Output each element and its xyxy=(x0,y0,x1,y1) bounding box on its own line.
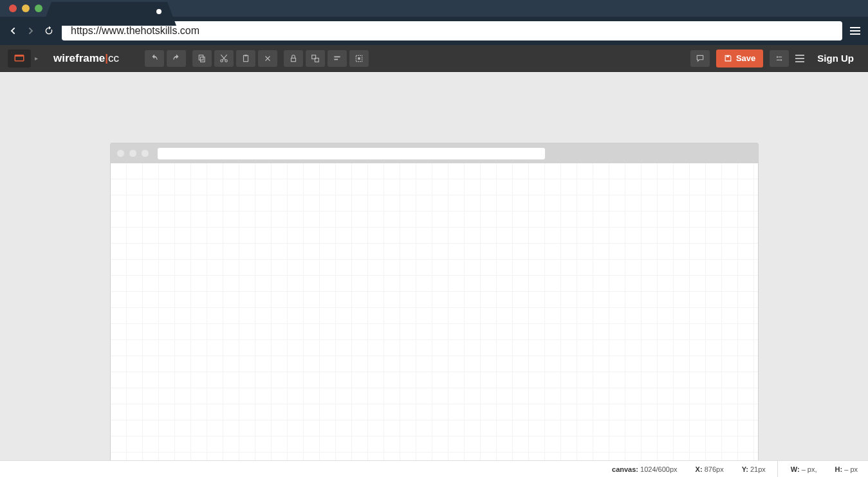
save-button[interactable]: Save xyxy=(716,50,763,68)
svg-rect-14 xyxy=(358,57,360,60)
window-titlebar xyxy=(0,0,868,17)
forward-button[interactable] xyxy=(26,26,36,36)
svg-rect-1 xyxy=(15,55,24,56)
undo-button[interactable] xyxy=(145,50,164,67)
svg-rect-3 xyxy=(199,55,203,60)
signup-link[interactable]: Sign Up xyxy=(817,53,854,64)
traffic-close-icon[interactable] xyxy=(9,4,17,12)
lock-button[interactable] xyxy=(284,50,303,67)
status-canvas: canvas: 1024/600px xyxy=(612,465,678,473)
mockup-dot-icon xyxy=(129,150,136,157)
svg-rect-6 xyxy=(244,55,248,61)
svg-rect-7 xyxy=(245,55,247,56)
svg-point-16 xyxy=(777,56,778,57)
status-w: W: – px, xyxy=(791,465,817,473)
status-bar: canvas: 1024/600px X: 876px Y: 21px W: –… xyxy=(0,460,868,477)
cut-button[interactable] xyxy=(214,50,234,67)
align-button[interactable] xyxy=(328,50,347,67)
back-button[interactable] xyxy=(8,26,18,36)
svg-rect-8 xyxy=(291,58,296,61)
svg-rect-11 xyxy=(334,56,340,57)
app-menu-button[interactable] xyxy=(795,55,804,62)
svg-rect-2 xyxy=(201,57,205,62)
app-toolbar: ▸ wireframe|cc xyxy=(0,45,868,72)
paste-button[interactable] xyxy=(236,50,255,67)
wireframe-canvas[interactable] xyxy=(111,163,758,477)
group-button[interactable] xyxy=(306,50,325,67)
copy-button[interactable] xyxy=(192,50,212,67)
url-input[interactable]: https://www.thehotskills.com xyxy=(62,21,842,40)
comment-button[interactable] xyxy=(690,50,710,67)
delete-button[interactable] xyxy=(258,50,277,67)
mockup-chrome xyxy=(111,143,758,163)
svg-rect-15 xyxy=(726,55,729,57)
device-preview-button[interactable] xyxy=(8,50,31,68)
svg-point-18 xyxy=(780,59,782,60)
status-x: X: 876px xyxy=(696,465,724,473)
status-h: H: – px xyxy=(835,465,858,473)
chevron-right-icon: ▸ xyxy=(35,55,38,62)
svg-rect-17 xyxy=(779,57,782,57)
mockup-dot-icon xyxy=(117,150,124,157)
traffic-zoom-icon[interactable] xyxy=(35,4,42,12)
redo-button[interactable] xyxy=(167,50,186,67)
browser-tab[interactable] xyxy=(51,2,167,26)
url-text: https://www.thehotskills.com xyxy=(71,25,199,37)
svg-rect-12 xyxy=(334,59,338,60)
app-logo[interactable]: wireframe|cc xyxy=(53,52,119,65)
browser-menu-button[interactable] xyxy=(850,27,860,35)
traffic-minimize-icon[interactable] xyxy=(22,4,30,12)
floppy-icon xyxy=(724,54,732,62)
mockup-dot-icon xyxy=(142,150,149,157)
svg-rect-19 xyxy=(777,59,780,60)
canvas-stage[interactable]: canvas: 1024/600px X: 876px Y: 21px W: –… xyxy=(0,72,868,477)
mockup-url-bar xyxy=(158,148,545,159)
tab-loading-dot-icon xyxy=(156,9,162,14)
status-y: Y: 21px xyxy=(742,465,766,473)
settings-button[interactable] xyxy=(770,50,789,67)
save-label: Save xyxy=(736,53,755,63)
reload-button[interactable] xyxy=(44,26,54,36)
browser-mockup xyxy=(110,143,759,477)
select-all-button[interactable] xyxy=(349,50,369,67)
